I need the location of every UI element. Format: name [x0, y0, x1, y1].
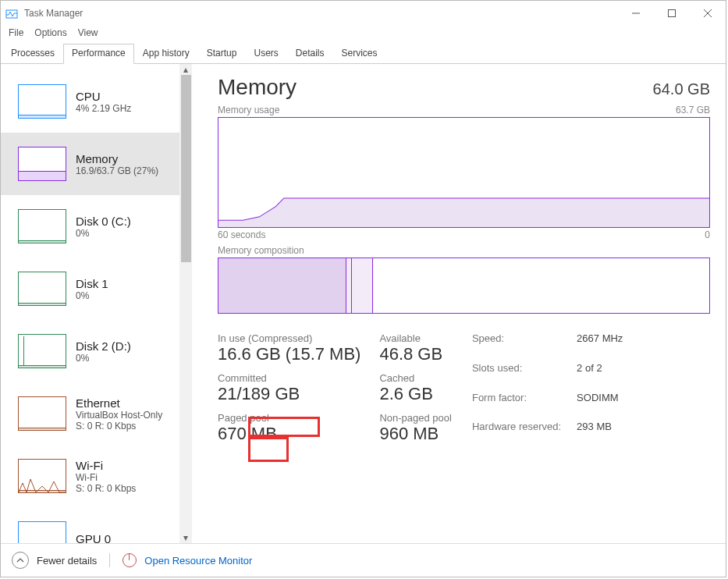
sidebar-item-title: Ethernet: [76, 396, 162, 410]
app-icon: [5, 7, 18, 20]
memory-composition-chart[interactable]: [218, 258, 710, 314]
usage-x-left: 60 seconds: [218, 229, 265, 240]
slots-key: Slots used:: [472, 362, 561, 385]
composition-segment-free: [373, 258, 709, 313]
maximize-button[interactable]: [654, 1, 690, 26]
slots-val: 2 of 2: [577, 362, 623, 385]
available-value: 46.8 GB: [379, 344, 452, 364]
menu-options[interactable]: Options: [34, 27, 66, 38]
close-icon: [704, 9, 712, 17]
available-label: Available: [379, 332, 452, 344]
menubar: File Options View: [1, 26, 726, 43]
sidebar-item-gpu-0[interactable]: GPU 0: [1, 507, 179, 543]
scroll-up-icon[interactable]: ▴: [179, 64, 193, 75]
page-title: Memory: [218, 75, 297, 100]
sidebar-thumb-chart: [18, 147, 66, 181]
committed-value: 21/189 GB: [218, 384, 360, 404]
sidebar-item-memory[interactable]: Memory16.9/63.7 GB (27%): [1, 133, 179, 195]
footer: Fewer details Open Resource Monitor: [1, 543, 726, 577]
sidebar-thumb-chart: [18, 209, 66, 243]
sidebar-item-sub2: S: 0 R: 0 Kbps: [76, 483, 136, 494]
hw-key: Hardware reserved:: [472, 421, 561, 444]
paged-label: Paged pool: [218, 412, 360, 424]
sidebar-item-title: GPU 0: [76, 532, 111, 544]
sidebar-item-sub: Wi-Fi: [76, 472, 136, 483]
titlebar: Task Manager: [1, 1, 726, 26]
sidebar-item-title: Wi-Fi: [76, 459, 136, 472]
composition-segment-modified: [346, 258, 352, 313]
sidebar-thumb-chart: [18, 521, 66, 543]
sidebar-thumb-chart: [18, 84, 66, 119]
sidebar-item-sub: 0%: [76, 353, 131, 364]
maximize-icon: [668, 9, 676, 17]
perf-sidebar: CPU4% 2.19 GHzMemory16.9/63.7 GB (27%)Di…: [1, 64, 193, 543]
task-manager-window: Task Manager File Options View Processes…: [0, 0, 726, 577]
sidebar-item-cpu[interactable]: CPU4% 2.19 GHz: [1, 70, 179, 133]
sidebar-item-title: CPU: [76, 90, 131, 103]
sidebar-item-sub2: S: 0 R: 0 Kbps: [76, 421, 162, 432]
sidebar-scrollbar[interactable]: ▴ ▾: [179, 64, 192, 543]
sidebar-thumb-chart: [18, 396, 66, 431]
sidebar-item-wi-fi[interactable]: Wi-FiWi-FiS: 0 R: 0 Kbps: [1, 445, 179, 507]
window-title: Task Manager: [24, 8, 83, 19]
sidebar-item-sub: 16.9/63.7 GB (27%): [76, 165, 158, 176]
svg-marker-5: [218, 198, 709, 227]
form-val: SODIMM: [577, 392, 623, 415]
tab-details[interactable]: Details: [287, 44, 333, 64]
form-key: Form factor:: [472, 392, 561, 415]
usage-chart-label: Memory usage: [218, 105, 279, 115]
scrollbar-thumb[interactable]: [181, 75, 191, 262]
composition-segment-standby: [352, 258, 373, 313]
minimize-button[interactable]: [618, 1, 654, 26]
tab-users[interactable]: Users: [245, 44, 286, 64]
cached-value: 2.6 GB: [379, 384, 452, 404]
chevron-up-icon: [16, 556, 24, 564]
inuse-value: 16.6 GB (15.7 MB): [218, 344, 360, 364]
speed-key: Speed:: [472, 332, 561, 356]
speed-val: 2667 MHz: [577, 332, 623, 356]
sidebar-item-disk-1[interactable]: Disk 10%: [1, 258, 179, 320]
sidebar-item-disk-0-c-[interactable]: Disk 0 (C:)0%: [1, 195, 179, 258]
composition-label: Memory composition: [218, 245, 710, 256]
memory-capacity: 64.0 GB: [653, 80, 710, 98]
composition-segment-in-use: [218, 258, 346, 313]
sidebar-item-sub: 0%: [76, 290, 108, 301]
cached-label: Cached: [379, 372, 452, 384]
fewer-details-toggle[interactable]: [12, 552, 29, 569]
menu-file[interactable]: File: [9, 27, 23, 38]
tab-performance[interactable]: Performance: [63, 44, 134, 64]
menu-view[interactable]: View: [78, 27, 98, 38]
close-button[interactable]: [690, 1, 726, 26]
footer-divider: [109, 553, 110, 567]
sidebar-thumb-chart: [18, 459, 66, 493]
window-buttons: [618, 1, 726, 26]
svg-rect-2: [669, 10, 676, 17]
usage-chart-max: 63.7 GB: [676, 105, 710, 115]
inuse-label: In use (Compressed): [218, 332, 360, 344]
tab-startup[interactable]: Startup: [198, 44, 246, 64]
tab-processes[interactable]: Processes: [2, 44, 63, 64]
sidebar-item-disk-2-d-[interactable]: Disk 2 (D:)0%: [1, 320, 179, 382]
sidebar-list: CPU4% 2.19 GHzMemory16.9/63.7 GB (27%)Di…: [1, 64, 179, 543]
resource-monitor-icon: [123, 553, 137, 567]
tab-services[interactable]: Services: [333, 44, 386, 64]
open-resource-monitor-link[interactable]: Open Resource Monitor: [144, 555, 252, 567]
sidebar-thumb-chart: [18, 272, 66, 306]
tab-apphistory[interactable]: App history: [134, 44, 198, 64]
committed-label: Committed: [218, 372, 360, 384]
usage-x-right: 0: [705, 229, 710, 240]
sidebar-item-ethernet[interactable]: EthernetVirtualBox Host-OnlyS: 0 R: 0 Kb…: [1, 382, 179, 445]
nonpaged-label: Non-paged pool: [379, 412, 452, 424]
memory-usage-chart[interactable]: [218, 117, 710, 228]
scroll-down-icon[interactable]: ▾: [179, 532, 193, 543]
memory-stats: In use (Compressed) 16.6 GB (15.7 MB) Av…: [218, 332, 710, 444]
fewer-details-label[interactable]: Fewer details: [37, 555, 97, 567]
tabstrip: Processes Performance App history Startu…: [1, 43, 726, 64]
sidebar-item-title: Disk 1: [76, 277, 108, 290]
memory-properties: Speed: 2667 MHz Slots used: 2 of 2 Form …: [472, 332, 623, 444]
sidebar-item-title: Disk 0 (C:): [76, 215, 131, 228]
hw-val: 293 MB: [577, 421, 623, 444]
sidebar-item-title: Disk 2 (D:): [76, 339, 131, 353]
sidebar-item-sub: VirtualBox Host-Only: [76, 410, 162, 421]
minimize-icon: [632, 9, 640, 17]
